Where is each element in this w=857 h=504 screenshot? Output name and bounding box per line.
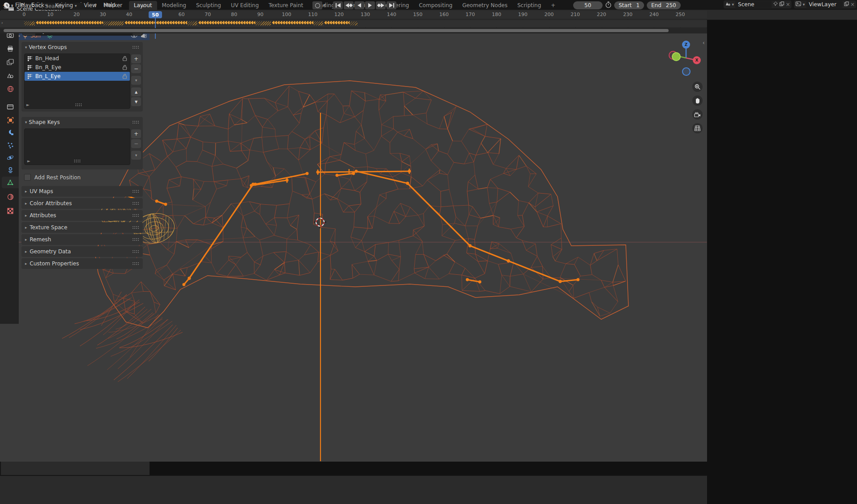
shape-key-specials-button[interactable]: ▾ xyxy=(131,151,141,160)
copy-icon[interactable] xyxy=(779,1,784,8)
current-frame-field[interactable]: 50 xyxy=(573,1,603,9)
timeline-ruler[interactable]: 0102030406070809010011012013014015016017… xyxy=(0,11,707,19)
zoom-view-button[interactable] xyxy=(692,82,703,92)
keyframe-run[interactable] xyxy=(197,20,255,27)
pin-icon[interactable] xyxy=(773,1,778,8)
scene-name[interactable]: Scene xyxy=(735,1,772,8)
panel-grip[interactable] xyxy=(132,262,139,265)
pan-view-button[interactable] xyxy=(692,95,703,106)
auto-keying-dropdown[interactable]: ▾ xyxy=(323,1,325,9)
unlink-icon[interactable]: × xyxy=(786,1,790,8)
scene-selector-chevron[interactable]: ▾ xyxy=(732,2,734,7)
panel-uv-maps[interactable]: ▸UV Maps xyxy=(21,186,143,197)
vertex-group-remove-button[interactable]: − xyxy=(131,64,141,73)
properties-tab-data[interactable] xyxy=(2,177,19,188)
properties-tab-particles[interactable] xyxy=(2,139,19,151)
properties-tab-output[interactable] xyxy=(2,43,19,54)
lock-open-icon[interactable] xyxy=(122,56,127,61)
keyframe-run[interactable] xyxy=(323,20,349,27)
panel-grip[interactable] xyxy=(132,45,139,49)
add-rest-position-checkbox[interactable] xyxy=(24,174,31,181)
keyframe-run[interactable] xyxy=(35,20,103,27)
properties-tab-world[interactable] xyxy=(2,83,19,95)
orthographic-toggle-button[interactable] xyxy=(692,123,703,133)
viewlayer-name[interactable]: ViewLayer xyxy=(806,1,843,8)
properties-tab-collection[interactable] xyxy=(2,101,19,112)
start-frame-field[interactable]: Start1 xyxy=(614,1,644,9)
keyframe-hold[interactable] xyxy=(24,21,35,25)
vertex-group-bn_head[interactable]: Bn_Head xyxy=(25,54,130,63)
properties-tab-constraints[interactable] xyxy=(2,164,19,176)
vertex-group-move-down-button[interactable]: ▼ xyxy=(131,97,141,106)
keyframe-run[interactable] xyxy=(271,20,313,27)
timeline-scrollbar[interactable] xyxy=(0,28,707,33)
playhead[interactable]: 50 xyxy=(149,11,162,18)
gizmo-x-axis[interactable]: X xyxy=(693,56,701,64)
end-frame-field[interactable]: End250 xyxy=(647,1,681,9)
vertex-group-bn_r_eye[interactable]: Bn_R_Eye xyxy=(25,63,130,72)
gizmo-y-axis[interactable] xyxy=(672,52,681,61)
keyframe-hold[interactable] xyxy=(187,21,198,25)
vertex-group-name[interactable]: Bn_Head xyxy=(35,55,59,62)
jump-to-end-button[interactable] xyxy=(387,1,396,9)
vertex-groups-header[interactable]: ▾Vertex Groups xyxy=(21,42,143,53)
panel-remesh[interactable]: ▸Remesh xyxy=(21,234,143,245)
timeline-scrollbar-thumb[interactable] xyxy=(4,29,669,32)
lock-open-icon[interactable] xyxy=(122,65,127,70)
shape-keys-header[interactable]: ▾Shape Keys xyxy=(21,117,143,128)
panel-grip[interactable] xyxy=(132,120,139,124)
panel-grip[interactable] xyxy=(132,238,139,241)
jump-to-start-button[interactable] xyxy=(333,1,343,9)
remove-viewlayer-icon[interactable]: × xyxy=(850,1,855,8)
list-resize-grip[interactable] xyxy=(74,159,81,163)
timeline-track[interactable]: › xyxy=(0,19,707,28)
auto-keying-toggle[interactable] xyxy=(312,1,322,9)
previous-keyframe-button[interactable] xyxy=(344,1,354,9)
panel-custom-properties[interactable]: ▸Custom Properties xyxy=(21,258,143,269)
timeline-menu-playback[interactable]: Playback ▾ xyxy=(17,0,52,11)
lock-open-icon[interactable] xyxy=(122,74,127,79)
sidebar-collapse-arrow[interactable]: ‹ xyxy=(703,40,705,46)
next-keyframe-button[interactable] xyxy=(376,1,386,9)
properties-tab-scene[interactable] xyxy=(2,70,19,81)
keyframe-hold[interactable] xyxy=(103,21,124,25)
list-filter-expand[interactable]: ► xyxy=(26,103,29,107)
panel-geometry-data[interactable]: ▸Geometry Data xyxy=(21,246,143,257)
vertex-group-bn_l_eye[interactable]: Bn_L_Eye xyxy=(25,72,130,81)
properties-tab-object[interactable] xyxy=(2,114,19,126)
panel-color-attributes[interactable]: ▸Color Attributes xyxy=(21,198,143,209)
channel-expand-arrow[interactable]: › xyxy=(1,21,3,25)
gizmo-z-axis[interactable]: Z xyxy=(682,41,690,49)
properties-tab-modifiers[interactable] xyxy=(2,127,19,138)
panel-grip[interactable] xyxy=(132,202,139,205)
panel-attributes[interactable]: ▸Attributes xyxy=(21,210,143,221)
panel-grip[interactable] xyxy=(132,226,139,229)
vertex-group-move-up-button[interactable]: ▲ xyxy=(131,87,141,96)
properties-tab-view-layer[interactable] xyxy=(2,56,19,68)
panel-grip[interactable] xyxy=(132,190,139,193)
keyframe-hold[interactable] xyxy=(313,21,324,25)
properties-tab-physics[interactable] xyxy=(2,152,19,163)
panel-grip[interactable] xyxy=(132,214,139,217)
vertex-group-name[interactable]: Bn_R_Eye xyxy=(35,64,61,70)
timeline-menu-view[interactable]: View xyxy=(80,0,100,11)
camera-view-button[interactable] xyxy=(692,109,703,120)
panel-grip[interactable] xyxy=(132,250,139,253)
timeline-menu-marker[interactable]: Marker xyxy=(100,0,126,11)
properties-tab-texture[interactable] xyxy=(2,205,19,217)
copy-icon[interactable] xyxy=(844,1,849,8)
shape-key-remove-button[interactable]: − xyxy=(131,139,141,148)
gizmo-neg-z-axis[interactable] xyxy=(682,67,691,76)
keyframe-hold[interactable] xyxy=(255,21,270,25)
properties-tab-material[interactable] xyxy=(2,191,19,202)
viewlayer-selector[interactable]: ▾ ViewLayer × xyxy=(794,0,856,8)
shape-key-add-button[interactable]: + xyxy=(131,129,141,138)
viewlayer-selector-chevron[interactable]: ▾ xyxy=(803,2,805,7)
scene-selector[interactable]: ▾ Scene × xyxy=(724,0,792,8)
list-resize-grip[interactable] xyxy=(75,103,82,107)
play-reverse-button[interactable] xyxy=(354,1,364,9)
vertex-group-name[interactable]: Bn_L_Eye xyxy=(35,73,61,79)
timeline-editor-type-button[interactable]: ▾ xyxy=(4,2,13,9)
list-filter-expand[interactable]: ► xyxy=(27,159,30,163)
vertex-group-add-button[interactable]: + xyxy=(131,54,141,63)
